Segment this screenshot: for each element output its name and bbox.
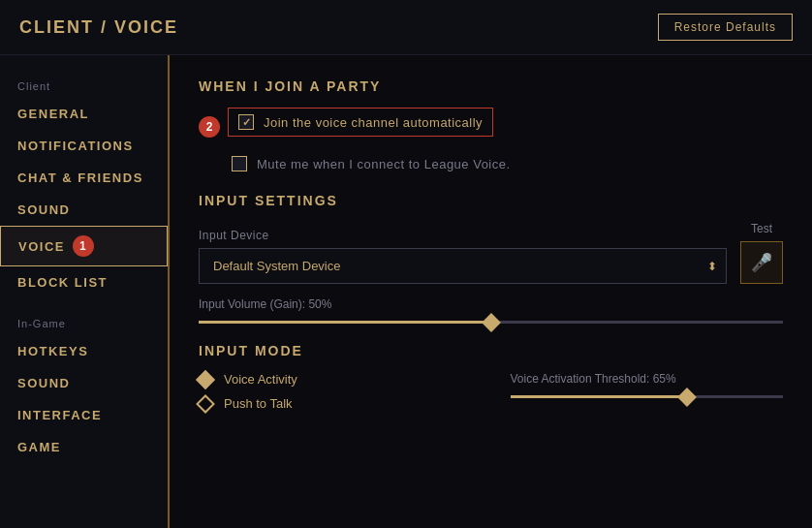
sidebar-item-voice[interactable]: VOICE 1 [0,226,168,266]
microphone-icon: 🎤 [751,252,772,273]
join-voice-checkbox[interactable] [238,114,254,130]
main-layout: Client GENERAL NOTIFICATIONS CHAT & FRIE… [0,55,812,528]
voice-annotation-badge: 1 [73,235,94,257]
mute-label: Mute me when I connect to League Voice. [257,157,511,171]
input-volume-track[interactable] [199,321,783,324]
sidebar-item-block-list[interactable]: BLOCK LIST [0,266,168,298]
threshold-diamond-icon [678,388,698,407]
sidebar-section-ingame: In-Game [0,312,168,335]
mute-checkbox[interactable] [232,156,247,171]
input-volume-fill [199,321,491,324]
page-title: CLIENT / VOICE [19,17,178,38]
input-mode-row: Voice Activity Push to Talk Voice Activa… [199,372,783,420]
input-device-group: Input Device Default System Device ⬍ [199,229,727,284]
join-voice-annotation-badge: 2 [199,116,220,138]
sidebar-item-interface[interactable]: INTERFACE [0,399,168,431]
title-client: CLIENT [19,17,94,37]
threshold-track[interactable] [511,395,784,398]
mute-checkbox-row[interactable]: Mute me when I connect to League Voice. [232,156,783,171]
title-separator: / [101,17,114,37]
test-label: Test [740,222,783,235]
sidebar-item-sound[interactable]: SOUND [0,194,168,226]
header: CLIENT / VOICE Restore Defaults [0,0,812,55]
input-mode-section: INPUT MODE Voice Activity Push to Talk V… [199,343,783,420]
sidebar-item-hotkeys[interactable]: HOTKEYS [0,335,168,367]
push-to-talk-radio[interactable] [196,394,215,414]
sidebar-item-game[interactable]: GAME [0,431,168,463]
sidebar-item-sound-ingame[interactable]: SOUND [0,367,168,399]
join-voice-checkbox-row[interactable]: Join the voice channel automatically [228,108,493,137]
main-content: WHEN I JOIN A PARTY 2 Join the voice cha… [170,55,812,528]
push-to-talk-label: Push to Talk [224,396,293,411]
party-section-title: WHEN I JOIN A PARTY [199,78,783,94]
input-device-row: Input Device Default System Device ⬍ Tes… [199,222,783,284]
input-device-select[interactable]: Default System Device [199,248,727,284]
sidebar-item-chat-friends[interactable]: CHAT & FRIENDS [0,162,168,194]
input-volume-container: Input Volume (Gain): 50% [199,297,783,324]
threshold-thumb[interactable] [677,388,697,407]
threshold-fill [511,395,688,398]
input-device-select-wrapper: Default System Device ⬍ [199,248,727,284]
threshold-label: Voice Activation Threshold: 65% [511,372,784,386]
sidebar-item-general[interactable]: GENERAL [0,98,168,130]
input-volume-label: Input Volume (Gain): 50% [199,297,783,311]
voice-activity-option[interactable]: Voice Activity [199,372,472,387]
title-voice: VOICE [114,17,178,37]
input-volume-thumb[interactable] [482,313,501,332]
join-voice-label: Join the voice channel automatically [264,115,483,130]
input-device-label: Input Device [199,229,727,242]
push-to-talk-option[interactable]: Push to Talk [199,396,472,411]
test-group: Test 🎤 [740,222,783,284]
sidebar-item-notifications[interactable]: NOTIFICATIONS [0,130,168,162]
input-settings-title: INPUT SETTINGS [199,193,783,208]
restore-defaults-button[interactable]: Restore Defaults [658,14,793,41]
sidebar: Client GENERAL NOTIFICATIONS CHAT & FRIE… [0,55,170,528]
test-button[interactable]: 🎤 [740,241,783,284]
threshold-section: Voice Activation Threshold: 65% [511,372,784,420]
diamond-icon [482,313,501,332]
input-mode-title: INPUT MODE [199,343,783,358]
input-mode-options: Voice Activity Push to Talk [199,372,472,420]
voice-activity-radio[interactable] [196,370,215,389]
sidebar-section-client: Client [0,75,168,98]
voice-activity-label: Voice Activity [224,372,297,387]
